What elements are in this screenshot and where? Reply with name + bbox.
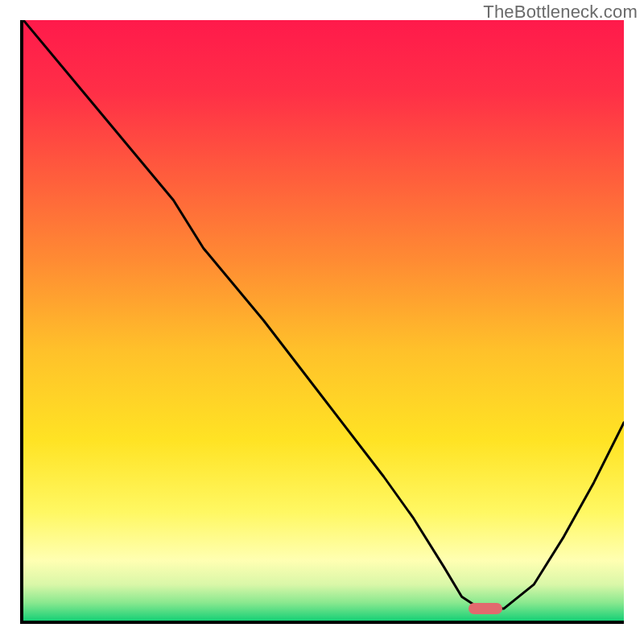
plot-axes: [20, 20, 624, 624]
chart-canvas: TheBottleneck.com: [0, 0, 644, 644]
watermark-text: TheBottleneck.com: [483, 2, 638, 23]
minimum-marker: [469, 603, 502, 614]
